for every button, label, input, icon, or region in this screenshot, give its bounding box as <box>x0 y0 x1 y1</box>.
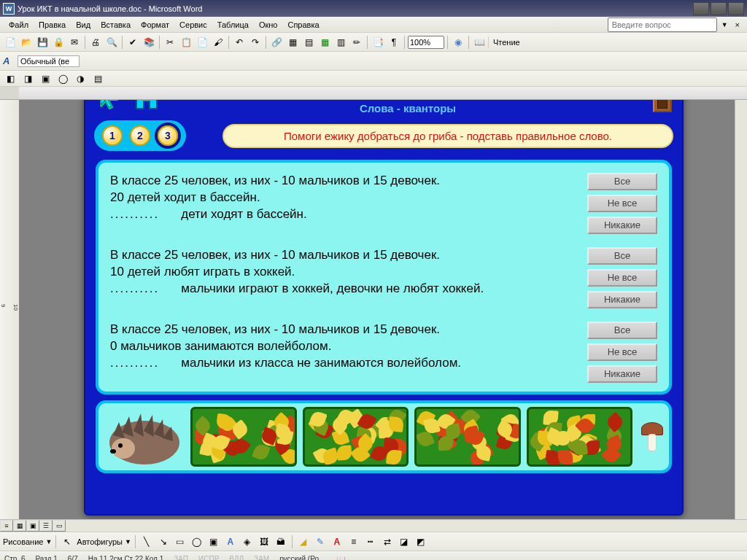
cursor-icon[interactable] <box>96 100 122 112</box>
mail-icon[interactable]: ✉ <box>67 35 82 50</box>
excel-icon[interactable]: ▦ <box>317 35 332 50</box>
undo-icon[interactable]: ↶ <box>232 35 247 50</box>
dropdown-icon[interactable]: ▼ <box>125 538 131 545</box>
line-icon[interactable]: ╲ <box>139 534 154 549</box>
clipart-icon[interactable]: 🖼 <box>257 534 271 549</box>
tool-ic-3[interactable]: ▣ <box>38 71 53 86</box>
dropdown-icon[interactable]: ▼ <box>45 538 52 545</box>
close-button[interactable] <box>728 2 744 15</box>
home-icon[interactable] <box>131 100 163 114</box>
shadow-icon[interactable]: ◪ <box>397 534 411 549</box>
menu-file[interactable]: Файл <box>4 19 33 31</box>
tables-borders-icon[interactable]: ▦ <box>285 35 300 50</box>
tool-ic-5[interactable]: ◑ <box>73 71 88 86</box>
answer-none-button[interactable]: Никакие <box>587 291 657 308</box>
doc-map-icon[interactable]: 📑 <box>371 35 385 50</box>
style-select[interactable]: Обычный (ве <box>18 55 80 67</box>
paste-icon[interactable]: 📄 <box>195 35 209 50</box>
answer-not-all-button[interactable]: Не все <box>587 343 657 361</box>
textbox-icon[interactable]: ▣ <box>206 534 221 549</box>
dropdown-icon[interactable]: ▼ <box>719 21 731 28</box>
new-doc-icon[interactable]: 📄 <box>3 35 18 50</box>
tool-ic-1[interactable]: ◧ <box>3 71 18 86</box>
save-icon[interactable]: 💾 <box>35 35 50 50</box>
spellcheck-status-icon[interactable]: 📖 <box>336 555 345 560</box>
ask-question-input[interactable] <box>608 18 717 32</box>
outline-view-button[interactable]: ☰ <box>39 520 53 532</box>
close-pane-button[interactable]: × <box>732 20 743 29</box>
hyperlink-icon[interactable]: 🔗 <box>269 35 284 50</box>
oval-icon[interactable]: ◯ <box>190 534 204 549</box>
normal-view-button[interactable]: ≡ <box>0 520 13 532</box>
cut-icon[interactable]: ✂ <box>163 35 177 50</box>
horizontal-scrollbar[interactable]: ≡ ▦ ▣ ☰ ▭ <box>0 519 747 532</box>
page-button-2[interactable]: 2 <box>130 125 150 146</box>
autoshapes-label[interactable]: Автофигуры <box>77 537 123 546</box>
exit-door-icon[interactable] <box>653 100 672 112</box>
answer-not-all-button[interactable]: Не все <box>587 195 657 212</box>
print-view-button[interactable]: ▣ <box>26 520 39 532</box>
minimize-button[interactable] <box>693 2 709 15</box>
menu-edit[interactable]: Правка <box>34 19 70 31</box>
menu-tools[interactable]: Сервис <box>175 19 212 31</box>
answer-all-button[interactable]: Все <box>587 322 657 339</box>
menu-window[interactable]: Окно <box>255 19 282 31</box>
menu-view[interactable]: Вид <box>71 19 95 31</box>
help-icon[interactable]: ◉ <box>451 35 465 50</box>
styles-pane-icon[interactable]: A <box>3 55 16 68</box>
answer-not-all-button[interactable]: Не все <box>587 269 657 287</box>
menu-format[interactable]: Формат <box>136 19 174 31</box>
leaf-patch-1 <box>190 407 297 467</box>
menu-insert[interactable]: Вставка <box>96 19 135 31</box>
select-objects-icon[interactable]: ↖ <box>60 534 74 549</box>
page-button-1[interactable]: 1 <box>102 125 123 146</box>
line-style-icon[interactable]: ≡ <box>347 534 361 549</box>
preview-icon[interactable]: 🔍 <box>104 35 119 50</box>
answer-none-button[interactable]: Никакие <box>587 217 657 234</box>
copy-icon[interactable]: 📋 <box>179 35 193 50</box>
rectangle-icon[interactable]: ▭ <box>173 534 187 549</box>
wordart-icon[interactable]: A <box>223 534 238 549</box>
vertical-scrollbar[interactable] <box>735 100 747 519</box>
insert-table-icon[interactable]: ▤ <box>301 35 316 50</box>
page-button-3[interactable]: 3 <box>158 125 178 146</box>
answer-buttons-3: Все Не все Никакие <box>587 322 657 383</box>
arrow-style-icon[interactable]: ⇄ <box>380 534 395 549</box>
diagram-icon[interactable]: ◈ <box>240 534 255 549</box>
drawing-icon[interactable]: ✏ <box>349 35 364 50</box>
tool-ic-6[interactable]: ▤ <box>90 71 105 86</box>
reading-icon[interactable]: 📖 <box>472 35 487 50</box>
maximize-button[interactable] <box>711 2 727 15</box>
show-marks-icon[interactable]: ¶ <box>387 35 401 50</box>
fill-color-icon[interactable]: ◢ <box>296 534 311 549</box>
columns-icon[interactable]: ▥ <box>333 35 348 50</box>
answer-none-button[interactable]: Никакие <box>587 365 657 383</box>
research-icon[interactable]: 📚 <box>142 35 156 50</box>
3d-icon[interactable]: ◩ <box>414 534 428 549</box>
tool-ic-4[interactable]: ◯ <box>55 71 70 86</box>
format-painter-icon[interactable]: 🖌 <box>211 35 225 50</box>
font-color-icon[interactable]: A <box>330 534 344 549</box>
print-icon[interactable]: 🖨 <box>88 35 103 50</box>
picture-icon[interactable]: 🏔 <box>274 534 288 549</box>
redo-icon[interactable]: ↷ <box>248 35 263 50</box>
dash-style-icon[interactable]: ┅ <box>363 534 378 549</box>
permissions-icon[interactable]: 🔒 <box>51 35 66 50</box>
zoom-input[interactable] <box>408 36 444 49</box>
status-trk: ИСПР <box>198 555 219 560</box>
answer-all-button[interactable]: Все <box>587 173 657 190</box>
tool-ic-2[interactable]: ◨ <box>20 71 35 86</box>
web-view-button[interactable]: ▦ <box>13 520 26 532</box>
line-color-icon[interactable]: ✎ <box>313 534 328 549</box>
arrow-icon[interactable]: ↘ <box>156 534 171 549</box>
reading-view-button[interactable]: ▭ <box>53 520 66 532</box>
menu-help[interactable]: Справка <box>283 19 323 31</box>
task-line: 10 детей любят играть в хоккей. <box>110 264 574 281</box>
open-icon[interactable]: 📂 <box>19 35 34 50</box>
spellcheck-icon[interactable]: ✔ <box>125 35 140 50</box>
drawing-label[interactable]: Рисование <box>3 537 43 546</box>
reading-label[interactable]: Чтение <box>488 36 525 48</box>
document-area[interactable]: МИР ИНФОРМАТИКИ Третий год обучения Слов… <box>19 100 735 519</box>
menu-table[interactable]: Таблица <box>213 19 253 31</box>
answer-all-button[interactable]: Все <box>587 247 657 265</box>
